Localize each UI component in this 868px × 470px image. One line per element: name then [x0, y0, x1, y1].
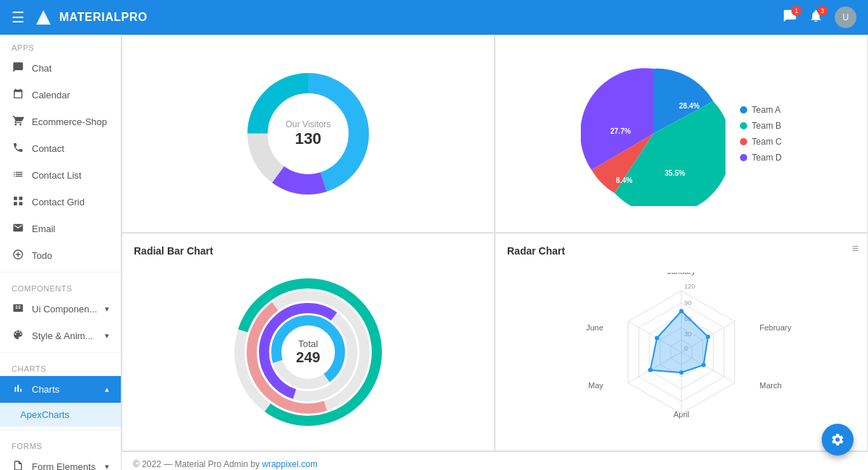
- radar-menu-icon[interactable]: ≡: [852, 242, 859, 255]
- ecommerce-icon: [12, 115, 25, 129]
- legend-label-a: Team A: [752, 105, 780, 115]
- calendar-icon: [12, 88, 25, 102]
- charts-icon: [12, 383, 25, 396]
- sidebar-item-contact[interactable]: Contact: [0, 135, 121, 162]
- sidebar-section-apps: Apps: [0, 35, 121, 55]
- messages-icon[interactable]: 1: [783, 9, 797, 27]
- svg-text:March: March: [760, 381, 782, 390]
- notifications-badge: 3: [817, 6, 827, 16]
- sidebar-item-style-anim[interactable]: Style & Anim... ▾: [0, 322, 121, 349]
- chat-icon: [12, 61, 25, 75]
- radial-label-text: Total: [296, 338, 320, 349]
- todo-icon: [12, 249, 25, 262]
- footer-link[interactable]: wrappixel.com: [262, 459, 318, 469]
- svg-point-41: [679, 309, 684, 313]
- contact-grid-icon: [12, 195, 25, 209]
- menu-icon[interactable]: ☰: [12, 9, 25, 26]
- sidebar-item-charts[interactable]: Charts ▴: [0, 376, 121, 403]
- radar-chart-area: January February March April May June 12…: [507, 265, 856, 439]
- style-anim-icon: [12, 329, 25, 343]
- sidebar-item-contact-list[interactable]: Contact List: [0, 162, 121, 189]
- svg-text:27.7%: 27.7%: [610, 127, 631, 135]
- svg-text:8.4%: 8.4%: [616, 176, 633, 184]
- sidebar-item-ui-components[interactable]: Ui Componen... ▾: [0, 296, 121, 322]
- radial-chart-area: Total 249: [134, 265, 482, 439]
- notifications-icon[interactable]: 3: [809, 9, 823, 27]
- app-header: ☰ MATERIALPRO 1 3 U: [0, 0, 868, 35]
- svg-point-44: [679, 370, 684, 375]
- svg-text:January: January: [667, 273, 696, 275]
- svg-text:June: June: [586, 323, 603, 332]
- form-elements-icon: [12, 460, 25, 470]
- charts-chevron: ▴: [105, 385, 109, 394]
- header-actions: 1 3 U: [783, 7, 856, 28]
- svg-point-45: [648, 368, 652, 372]
- donut-label-text: Our Visitors: [286, 119, 331, 129]
- legend-dot-d: [740, 154, 747, 161]
- sidebar-label-style-anim: Style & Anim...: [32, 330, 98, 341]
- ui-components-icon: [12, 302, 25, 316]
- svg-text:35.5%: 35.5%: [665, 169, 685, 177]
- legend-team-a: Team A: [740, 105, 781, 115]
- svg-point-46: [655, 336, 659, 341]
- radial-chart: Total 249: [229, 273, 388, 432]
- logo-icon: [33, 7, 54, 27]
- radar-chart-svg: January February March April May June 12…: [558, 273, 804, 432]
- sidebar-label-email: Email: [32, 223, 109, 234]
- fab-button[interactable]: [822, 424, 854, 456]
- sidebar-label-ui-components: Ui Componen...: [32, 304, 98, 315]
- charts-grid: Our Visitors 130: [122, 35, 868, 451]
- sidebar-item-contact-grid[interactable]: Contact Grid: [0, 189, 121, 215]
- footer-text: © 2022 — Material Pro Admin by: [133, 459, 262, 469]
- radial-label-value: 249: [296, 349, 320, 366]
- svg-point-42: [706, 335, 710, 339]
- radar-chart-card: Radar Chart ≡ January February March Apr…: [495, 233, 868, 451]
- pie-legend: Team A Team B Team C: [740, 105, 781, 163]
- app-layout: Apps Chat Calendar Ecommerce-Shop Contac…: [0, 35, 868, 470]
- user-avatar[interactable]: U: [835, 7, 856, 28]
- style-anim-chevron: ▾: [105, 331, 109, 341]
- email-icon: [12, 222, 25, 236]
- legend-team-b: Team B: [740, 121, 781, 131]
- legend-dot-b: [740, 122, 747, 129]
- radial-chart-card: Radial Bar Chart: [122, 233, 495, 451]
- sidebar-item-email[interactable]: Email: [0, 215, 121, 242]
- sidebar-label-form-elements: Form Elements: [32, 461, 98, 470]
- donut-chart-card: Our Visitors 130: [122, 35, 495, 233]
- legend-label-d: Team D: [752, 153, 781, 163]
- sidebar-section-forms: Forms: [0, 433, 121, 453]
- radar-chart-title: Radar Chart: [507, 245, 856, 257]
- sidebar-label-apexcharts: ApexCharts: [20, 409, 109, 420]
- sidebar-item-calendar[interactable]: Calendar: [0, 82, 121, 108]
- sidebar-label-todo: Todo: [32, 250, 109, 261]
- contact-list-icon: [12, 168, 25, 182]
- legend-label-b: Team B: [752, 121, 781, 131]
- donut-label: Our Visitors 130: [286, 119, 331, 148]
- legend-label-c: Team C: [752, 137, 781, 147]
- app-logo: MATERIALPRO: [33, 7, 148, 27]
- donut-chart: Our Visitors 130: [236, 61, 380, 206]
- sidebar-label-contact-grid: Contact Grid: [32, 197, 109, 208]
- pie-chart-area: 28.4% 35.5% 8.4% 27.7% Team A: [507, 47, 856, 221]
- pie-chart-inner: 28.4% 35.5% 8.4% 27.7% Team A: [507, 61, 856, 206]
- legend-dot-c: [740, 138, 747, 145]
- sidebar-section-charts: Charts: [0, 356, 121, 376]
- main-content: Our Visitors 130: [122, 35, 868, 470]
- svg-text:February: February: [760, 323, 792, 332]
- sidebar-item-todo[interactable]: Todo: [0, 242, 121, 269]
- ui-components-chevron: ▾: [105, 304, 109, 314]
- sidebar-label-contact-list: Contact List: [32, 170, 109, 181]
- pie-chart-svg: 28.4% 35.5% 8.4% 27.7%: [581, 61, 726, 206]
- sidebar-item-apexcharts[interactable]: ApexCharts: [0, 403, 121, 427]
- donut-label-value: 130: [286, 129, 331, 148]
- sidebar-item-ecommerce[interactable]: Ecommerce-Shop: [0, 108, 121, 135]
- svg-text:May: May: [588, 381, 603, 390]
- radial-chart-title: Radial Bar Chart: [134, 245, 482, 257]
- svg-point-43: [702, 363, 706, 367]
- svg-marker-40: [650, 311, 708, 372]
- legend-team-d: Team D: [740, 153, 781, 163]
- sidebar-section-components: Components: [0, 275, 121, 296]
- sidebar-item-form-elements[interactable]: Form Elements ▾: [0, 453, 121, 470]
- sidebar-item-chat[interactable]: Chat: [0, 55, 121, 82]
- sidebar: Apps Chat Calendar Ecommerce-Shop Contac…: [0, 35, 122, 470]
